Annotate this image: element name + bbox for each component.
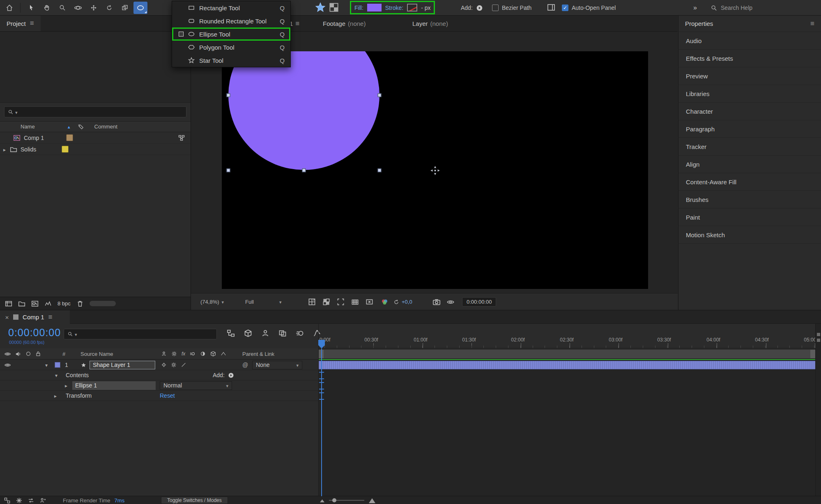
selection-tool-button[interactable] xyxy=(24,2,38,14)
draft-3d-icon[interactable] xyxy=(244,329,252,337)
search-options-caret-icon[interactable] xyxy=(75,331,77,337)
parent-dropdown[interactable]: None xyxy=(252,361,302,369)
ellipse-group-row[interactable]: Ellipse 1 Normal xyxy=(0,380,318,391)
layer-duration-bar[interactable] xyxy=(319,361,815,369)
search-options-caret-icon[interactable] xyxy=(15,109,18,115)
layer-tab[interactable]: Layer (none) xyxy=(412,16,448,32)
ellipse-shape[interactable] xyxy=(228,51,379,170)
render-network-icon[interactable] xyxy=(4,497,10,504)
new-folder-icon[interactable] xyxy=(18,300,25,307)
contents-row[interactable]: Contents Add: xyxy=(0,370,318,380)
project-settings-icon[interactable] xyxy=(44,300,52,307)
auto-open-panel-checkbox[interactable] xyxy=(562,5,568,11)
project-tab[interactable]: Project xyxy=(0,16,41,31)
snowflake-icon[interactable] xyxy=(16,497,22,504)
transform-twirl-icon[interactable] xyxy=(54,392,57,399)
fill-color-swatch[interactable] xyxy=(367,4,382,11)
eye-column-icon[interactable] xyxy=(4,351,11,357)
panel-item-align[interactable]: Align xyxy=(678,156,821,173)
stroke-width-value[interactable]: - px xyxy=(421,5,430,11)
timeline-column-divider[interactable] xyxy=(318,324,319,496)
draft-quality-icon[interactable] xyxy=(181,362,186,368)
mask-visibility-icon[interactable] xyxy=(322,298,330,306)
rotation-tool-button[interactable] xyxy=(102,2,116,14)
panel-menu-icon[interactable] xyxy=(810,20,814,28)
transform-row[interactable]: Transform Reset xyxy=(0,391,318,401)
selection-handle[interactable] xyxy=(227,94,230,97)
selection-handle[interactable] xyxy=(378,169,382,172)
add-property-icon[interactable] xyxy=(476,5,483,11)
tool-creates-shape-button[interactable] xyxy=(315,2,326,14)
sort-ascending-icon[interactable] xyxy=(67,124,71,130)
comp-flowchart-icon[interactable] xyxy=(178,135,185,141)
transparency-grid-icon[interactable] xyxy=(351,298,359,306)
switches-toggle-icon[interactable] xyxy=(28,497,34,504)
toggle-switches-modes-button[interactable]: Toggle Switches / Modes xyxy=(161,497,228,504)
current-timecode[interactable]: 0:00:00:00 xyxy=(8,327,61,339)
audio-column-icon[interactable] xyxy=(15,351,21,357)
tool-creates-mask-button[interactable] xyxy=(329,3,338,13)
zoom-tool-button[interactable] xyxy=(55,2,69,14)
motion-blur-switch-icon[interactable] xyxy=(190,351,195,357)
layer-row-shape-layer-1[interactable]: 1 Shape Layer 1 None xyxy=(0,360,318,370)
timeline-search-box[interactable] xyxy=(64,329,217,339)
panel-menu-icon[interactable] xyxy=(295,20,299,28)
pixel-aspect-icon[interactable] xyxy=(366,298,373,306)
interpret-footage-icon[interactable] xyxy=(5,300,12,307)
viewer-lock-icon[interactable] xyxy=(40,497,46,504)
label-tag-icon[interactable] xyxy=(78,124,84,130)
timeline-zoom-slider[interactable] xyxy=(329,500,364,501)
work-area-bar[interactable] xyxy=(319,350,815,358)
panel-item-content-aware-fill[interactable]: Content-Aware Fill xyxy=(678,173,821,191)
menu-item-rounded-rectangle-tool[interactable]: Rounded Rectangle Tool Q xyxy=(172,14,290,27)
quality-switch-icon[interactable] xyxy=(221,351,226,357)
add-shape-property-icon[interactable] xyxy=(228,372,234,378)
composition-viewport[interactable] xyxy=(222,51,648,289)
shy-switch-icon[interactable] xyxy=(161,351,167,357)
eye-icon[interactable] xyxy=(4,362,11,369)
mini-flowchart-icon[interactable] xyxy=(227,329,235,337)
shape-tool-button[interactable] xyxy=(133,2,147,14)
region-of-interest-icon[interactable] xyxy=(337,298,345,306)
timeline-zoom-knob[interactable] xyxy=(332,498,336,502)
shape-group-name-box[interactable]: Ellipse 1 xyxy=(72,381,156,390)
group-twirl-icon[interactable] xyxy=(65,382,67,389)
orbit-camera-tool-button[interactable] xyxy=(71,2,85,14)
menu-item-ellipse-tool[interactable]: Ellipse Tool Q xyxy=(172,27,290,41)
timeline-zoom-out-icon[interactable] xyxy=(320,498,325,503)
panel-item-libraries[interactable]: Libraries xyxy=(678,85,821,103)
new-composition-icon[interactable] xyxy=(31,300,39,307)
label-color-swatch[interactable] xyxy=(66,134,73,141)
collapse-transformations-icon[interactable] xyxy=(161,362,167,368)
panel-toggle-button[interactable] xyxy=(547,3,555,13)
collapse-switch-icon[interactable] xyxy=(171,351,177,357)
zoom-dropdown[interactable]: (74,8%) xyxy=(200,293,224,310)
panel-item-character[interactable]: Character xyxy=(678,103,821,120)
panel-item-effects-presets[interactable]: Effects & Presets xyxy=(678,50,821,67)
anchor-point-icon[interactable] xyxy=(430,165,441,176)
menu-item-rectangle-tool[interactable]: Rectangle Tool Q xyxy=(172,1,290,14)
panel-item-audio[interactable]: Audio xyxy=(678,32,821,50)
panel-item-paint[interactable]: Paint xyxy=(678,208,821,226)
parent-link-column-header[interactable]: Parent & Link xyxy=(242,351,274,357)
panel-menu-icon[interactable] xyxy=(48,313,53,321)
contents-twirl-icon[interactable] xyxy=(55,372,57,378)
panel-item-preview[interactable]: Preview xyxy=(678,67,821,85)
frame-blending-icon[interactable] xyxy=(278,329,287,337)
solo-column-icon[interactable] xyxy=(25,351,31,357)
home-button[interactable] xyxy=(2,2,16,14)
current-time-indicator-line[interactable] xyxy=(321,348,322,496)
project-search-input[interactable] xyxy=(19,109,183,115)
adjustment-switch-icon[interactable] xyxy=(200,351,206,357)
menu-item-polygon-tool[interactable]: Polygon Tool Q xyxy=(172,41,290,54)
panel-menu-icon[interactable] xyxy=(30,19,34,27)
snapshot-camera-icon[interactable] xyxy=(432,298,441,306)
3d-switch-icon[interactable] xyxy=(210,351,216,357)
bezier-path-checkbox[interactable] xyxy=(492,5,499,11)
exposure-value[interactable]: +0,0 xyxy=(402,299,412,305)
quality-icon[interactable] xyxy=(171,362,177,368)
bit-depth-label[interactable]: 8 bpc xyxy=(57,300,71,307)
grid-guides-icon[interactable] xyxy=(308,298,316,306)
project-item-solids[interactable]: Solids xyxy=(0,144,191,155)
source-name-column-header[interactable]: Source Name xyxy=(80,351,113,357)
